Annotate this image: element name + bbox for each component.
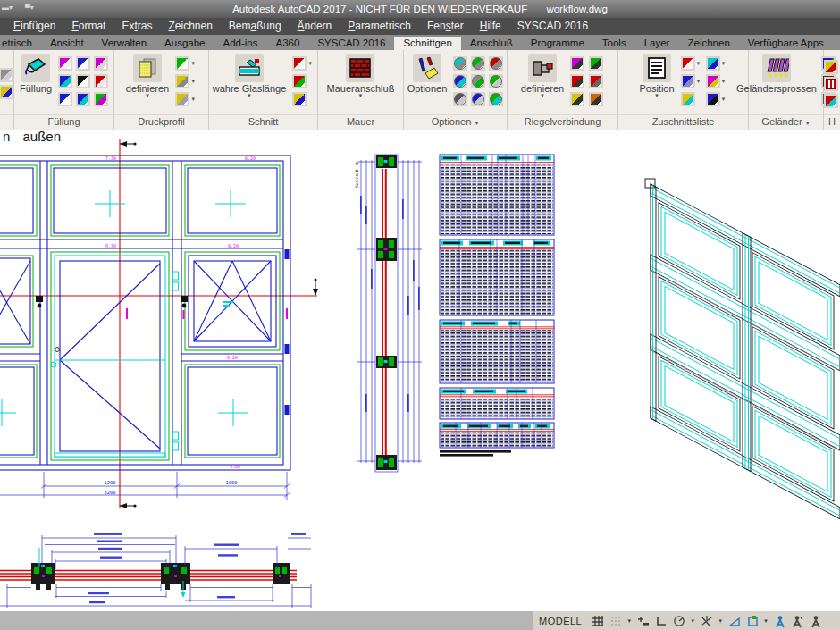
menu-syscad[interactable]: SYSCAD 2016 bbox=[509, 18, 596, 35]
menu-hilfe[interactable]: Hilfe bbox=[472, 18, 509, 35]
panel-label-optionen[interactable]: Optionen ▼ bbox=[404, 114, 507, 130]
chevron-down-icon[interactable]: ▼ bbox=[721, 80, 727, 84]
section-pen-insert-icon[interactable] bbox=[292, 74, 307, 88]
chevron-down-icon[interactable]: ▼ bbox=[690, 618, 695, 624]
menu-aendern[interactable]: Ändern bbox=[290, 18, 340, 35]
isometric-drafting-icon[interactable] bbox=[699, 614, 714, 629]
option-rotate-icon-2[interactable] bbox=[471, 56, 485, 71]
panel-label-mauer[interactable]: Mauer bbox=[318, 114, 403, 130]
chevron-down-icon[interactable]: ▼ bbox=[190, 62, 196, 66]
tab-parametrisch-partial[interactable]: etrisch bbox=[0, 37, 41, 50]
annotation-scale-icon[interactable] bbox=[808, 614, 823, 629]
optionen-button[interactable]: Optionen bbox=[406, 53, 449, 95]
menu-bemassung[interactable]: Bemaßung bbox=[221, 18, 290, 35]
riegel-tool-icon-5[interactable] bbox=[570, 92, 584, 106]
option-rotate-icon-6[interactable] bbox=[489, 74, 503, 88]
fuellung-button[interactable]: Füllung bbox=[18, 53, 54, 95]
menu-parametrisch[interactable]: Parametrisch bbox=[340, 18, 419, 35]
tab-zeichnen[interactable]: Zeichnen bbox=[678, 37, 738, 50]
dynamic-input-icon[interactable] bbox=[635, 614, 651, 629]
tab-ausgabe[interactable]: Ausgabe bbox=[155, 37, 214, 50]
drawing-canvas[interactable]: n außen bbox=[0, 130, 840, 611]
cutlist-delete-icon[interactable] bbox=[681, 56, 695, 71]
riegel-tool-icon-1[interactable] bbox=[570, 56, 584, 71]
option-rotate-icon-8[interactable] bbox=[471, 92, 485, 106]
profile-clip-icon[interactable] bbox=[175, 74, 189, 88]
tab-a360[interactable]: A360 bbox=[267, 37, 309, 50]
model-space-button[interactable]: MODELL bbox=[539, 616, 582, 626]
polar-tracking-icon[interactable] bbox=[671, 614, 686, 629]
fill-copy-pages-icon[interactable] bbox=[76, 56, 90, 71]
chevron-down-icon[interactable]: ▼ bbox=[696, 62, 701, 66]
option-rotate-icon-3[interactable] bbox=[489, 56, 503, 71]
cropped-tool-icon-1[interactable] bbox=[0, 68, 13, 82]
workspace-icon[interactable]: ▬▾ bbox=[2, 2, 13, 14]
chevron-down-icon[interactable]: ▼ bbox=[190, 80, 196, 84]
riegel-definieren-button[interactable]: definieren ▼ bbox=[519, 53, 566, 99]
chevron-down-icon[interactable]: ▼ bbox=[626, 618, 632, 624]
cad-drawing[interactable]: 7.30 6.20 9.30 8.20 8.20 5.20 1200 1000 … bbox=[0, 130, 840, 611]
annotation-visibility-icon[interactable] bbox=[772, 614, 787, 629]
fill-gd-icon[interactable] bbox=[58, 74, 72, 88]
tab-layer[interactable]: Layer bbox=[635, 37, 679, 50]
riegel-tool-icon-2[interactable] bbox=[589, 56, 603, 71]
cropped-tool-icon-2[interactable] bbox=[0, 85, 13, 99]
menu-fenster[interactable]: Fenster bbox=[419, 18, 472, 35]
section-measure-icon[interactable] bbox=[292, 92, 307, 106]
option-rotate-icon-9[interactable] bbox=[489, 92, 503, 106]
tab-syscad-2016[interactable]: SYSCAD 2016 bbox=[308, 37, 394, 50]
tab-tools[interactable]: Tools bbox=[593, 37, 635, 50]
tab-schnittgen[interactable]: Schnittgen bbox=[394, 37, 460, 50]
cropped-stripes-icon[interactable] bbox=[824, 77, 838, 91]
snap-mode-icon[interactable] bbox=[608, 614, 623, 629]
tab-anschluss[interactable]: Anschluß bbox=[461, 37, 522, 50]
fill-brush-icon[interactable] bbox=[58, 56, 72, 71]
annotation-autoscale-icon[interactable] bbox=[790, 614, 805, 629]
menu-format[interactable]: Format bbox=[63, 18, 113, 35]
panel-label-riegelverbindung[interactable]: Riegelverbindung bbox=[508, 114, 617, 130]
cutlist-screen-icon[interactable] bbox=[706, 56, 720, 71]
maueranschluss-button[interactable]: Maueranschluß ▼ bbox=[325, 53, 397, 99]
chevron-down-icon[interactable]: ▼ bbox=[721, 97, 727, 102]
panel-label-gelaender[interactable]: Geländer ▼ bbox=[749, 114, 823, 130]
panel-label-fuellung[interactable]: Füllung bbox=[14, 114, 113, 130]
druckprofil-definieren-button[interactable]: definieren ▼ bbox=[124, 53, 171, 99]
riegel-tool-icon-4[interactable] bbox=[589, 74, 603, 88]
chevron-down-icon[interactable]: ▼ bbox=[190, 97, 196, 102]
tab-add-ins[interactable]: Add-ins bbox=[214, 37, 267, 50]
cutlist-profile-icon[interactable] bbox=[681, 92, 695, 106]
tab-verwalten[interactable]: Verwalten bbox=[93, 37, 156, 50]
fill-cross-icon[interactable] bbox=[76, 92, 90, 106]
panel-label-schnitt[interactable]: Schnitt bbox=[209, 114, 317, 130]
grid-display-icon[interactable] bbox=[590, 614, 605, 629]
option-rotate-icon-1[interactable] bbox=[453, 56, 467, 71]
position-button[interactable]: Position ▼ bbox=[637, 53, 676, 99]
section-pen-icon[interactable] bbox=[292, 56, 307, 71]
object-snap-icon[interactable] bbox=[744, 614, 760, 629]
object-snap-tracking-icon[interactable] bbox=[727, 614, 742, 629]
profile-export-icon[interactable] bbox=[175, 56, 189, 71]
wahre-glaslaenge-button[interactable]: wahre Glaslänge ▼ bbox=[211, 53, 289, 99]
cropped-curve-icon[interactable] bbox=[824, 60, 838, 74]
chevron-down-icon[interactable]: ▼ bbox=[696, 80, 701, 84]
fill-plus-icon[interactable] bbox=[58, 92, 72, 106]
chevron-down-icon[interactable]: ▼ bbox=[763, 618, 769, 624]
panel-label-zuschnittsliste[interactable]: Zuschnittsliste bbox=[618, 114, 748, 130]
fill-edit-brush-icon[interactable] bbox=[94, 56, 108, 71]
tab-bim-360[interactable]: BIM 360 bbox=[833, 37, 840, 50]
qat-dropdown-icon[interactable]: ▀▾ bbox=[25, 2, 34, 14]
fill-s-profile-icon[interactable] bbox=[94, 92, 108, 106]
ortho-mode-icon[interactable] bbox=[653, 614, 668, 629]
cropped-bracket-icon[interactable] bbox=[824, 94, 838, 108]
riegel-tool-icon-3[interactable] bbox=[570, 74, 584, 88]
cutlist-monitor-icon[interactable] bbox=[706, 92, 720, 106]
menu-zeichnen[interactable]: Zeichnen bbox=[160, 18, 220, 35]
cutlist-uw-icon[interactable] bbox=[681, 74, 695, 88]
menu-einfuegen[interactable]: Einfügen bbox=[5, 18, 63, 35]
option-rotate-icon-5[interactable] bbox=[471, 74, 485, 88]
panel-label-druckprofil[interactable]: Druckprofil bbox=[114, 114, 208, 130]
menu-extras[interactable]: Extras bbox=[113, 18, 160, 35]
fill-contrast-icon[interactable] bbox=[76, 74, 90, 88]
option-rotate-icon-4[interactable] bbox=[453, 74, 467, 88]
quick-access-toolbar[interactable]: ▬▾ ▀▾ bbox=[2, 2, 34, 14]
